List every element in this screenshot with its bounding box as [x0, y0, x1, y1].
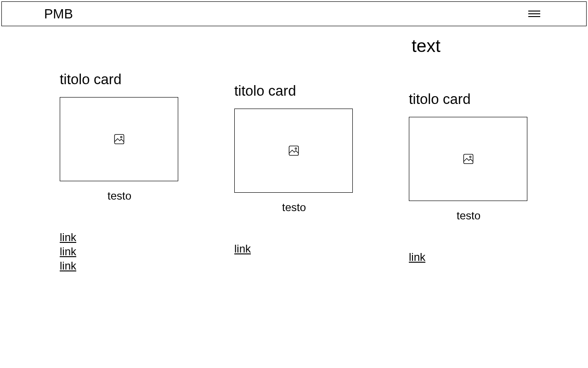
- card-link[interactable]: link: [60, 244, 179, 259]
- card-link[interactable]: link: [234, 242, 354, 256]
- card-link[interactable]: link: [60, 230, 179, 244]
- svg-point-1: [120, 136, 122, 138]
- page-heading: text: [412, 36, 441, 56]
- card-link[interactable]: link: [60, 259, 179, 273]
- image-placeholder: [60, 97, 178, 181]
- image-placeholder: [409, 117, 527, 201]
- image-icon: [462, 153, 475, 165]
- card-text: testo: [60, 190, 179, 202]
- image-icon: [288, 144, 300, 157]
- card-link[interactable]: link: [409, 250, 528, 264]
- header: PMB: [1, 1, 587, 26]
- svg-point-3: [295, 148, 296, 149]
- card-title: titolo card: [409, 91, 528, 108]
- card-links: link: [234, 242, 354, 256]
- card-text: testo: [409, 209, 528, 222]
- svg-rect-2: [289, 146, 298, 155]
- card-1: titolo card testo link link link: [60, 71, 179, 273]
- svg-rect-0: [114, 134, 124, 144]
- hamburger-menu-icon[interactable]: [528, 11, 540, 17]
- image-icon: [113, 133, 125, 145]
- card-3: titolo card testo link: [409, 91, 528, 264]
- card-links: link: [409, 250, 528, 264]
- logo[interactable]: PMB: [44, 6, 73, 22]
- svg-point-5: [469, 156, 471, 157]
- card-title: titolo card: [60, 71, 179, 88]
- card-text: testo: [234, 201, 354, 214]
- image-placeholder: [234, 109, 353, 193]
- card-title: titolo card: [234, 83, 354, 99]
- card-2: titolo card testo link: [234, 83, 354, 256]
- svg-rect-4: [464, 154, 473, 163]
- card-links: link link link: [60, 230, 179, 273]
